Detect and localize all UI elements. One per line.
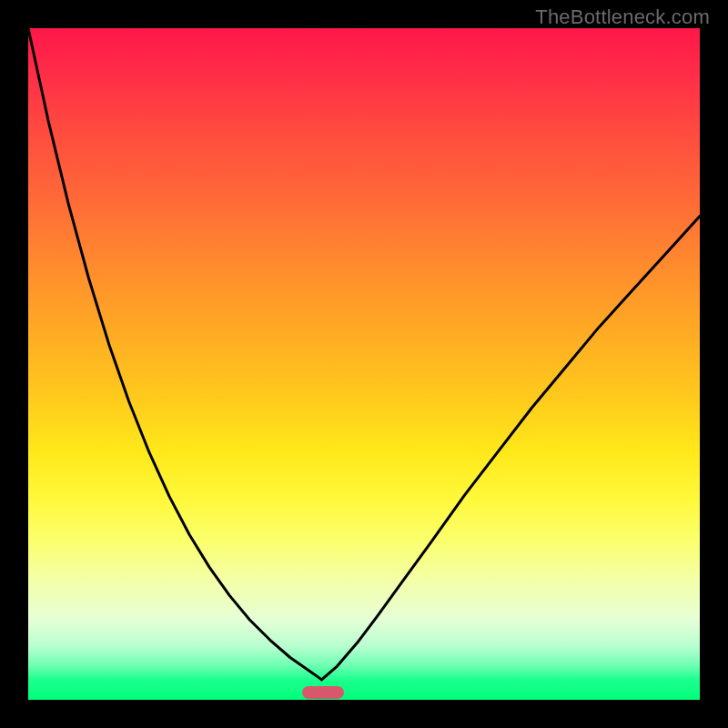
curve-layer [28,28,700,700]
plot-area [28,28,700,700]
chart-frame: TheBottleneck.com [0,0,728,728]
curve-left [28,28,322,680]
curve-right [322,217,701,680]
watermark-text: TheBottleneck.com [535,5,710,29]
min-marker [302,686,344,699]
